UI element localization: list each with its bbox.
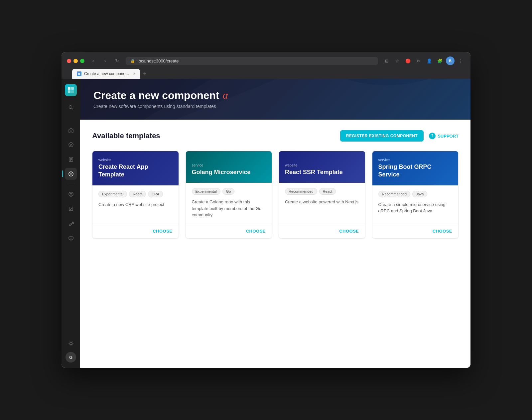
tag-react: React xyxy=(319,188,336,195)
sidebar-item-user-profile[interactable]: G xyxy=(66,352,76,363)
sidebar-item-target[interactable] xyxy=(65,188,77,200)
maximize-window-btn[interactable] xyxy=(80,59,84,63)
minimize-window-btn[interactable] xyxy=(73,59,78,63)
sidebar-item-check[interactable] xyxy=(65,203,77,215)
svg-rect-2 xyxy=(68,90,70,93)
app-layout: G Create a new component α Create new so… xyxy=(62,79,470,368)
register-existing-button[interactable]: REGISTER EXISTING COMPONENT xyxy=(340,130,424,142)
sidebar-item-compass[interactable] xyxy=(65,139,77,151)
main-content-area: Create a new component α Create new soft… xyxy=(80,79,470,368)
svg-point-21 xyxy=(70,342,72,345)
browser-nav: ‹ › ↻ xyxy=(88,56,122,65)
svg-point-15 xyxy=(70,193,72,195)
svg-rect-1 xyxy=(71,87,74,90)
card-type-cra: website xyxy=(98,158,173,162)
content-area: Available templates REGISTER EXISTING CO… xyxy=(80,120,470,368)
sidebar-item-create[interactable] xyxy=(65,168,77,180)
choose-button-cra[interactable]: CHOOSE xyxy=(153,229,172,234)
card-header-spring-boot: service Spring Boot GRPC Service xyxy=(372,151,459,185)
card-body-spring-boot: RecommendedJava Create a simple microser… xyxy=(372,185,459,224)
tag-react: React xyxy=(129,191,146,197)
card-type-spring-boot: service xyxy=(378,158,453,162)
templates-grid: website Create React App Template Experi… xyxy=(92,151,459,239)
extension1-btn[interactable]: 🔴 xyxy=(403,56,413,65)
extension2-btn[interactable]: ✉ xyxy=(414,56,423,65)
card-description-spring-boot: Create a simple microservice using gRPC … xyxy=(378,201,453,218)
section-actions: REGISTER EXISTING COMPONENT ? SUPPORT xyxy=(340,130,459,142)
card-body-cra: ExperimentalReactCRA Create a new CRA we… xyxy=(92,185,179,224)
card-body-react-ssr: RecommendedReact Create a website powere… xyxy=(279,183,365,224)
card-tags-react-ssr: RecommendedReact xyxy=(285,188,359,195)
card-title-spring-boot: Spring Boot GRPC Service xyxy=(378,163,453,179)
tag-go: Go xyxy=(222,188,235,195)
extension3-btn[interactable]: 👤 xyxy=(425,56,434,65)
svg-rect-0 xyxy=(68,87,70,90)
choose-button-react-ssr[interactable]: CHOOSE xyxy=(339,229,359,234)
back-button[interactable]: ‹ xyxy=(88,56,98,65)
template-card-cra: website Create React App Template Experi… xyxy=(92,151,179,239)
card-title-golang: Golang Microservice xyxy=(192,168,266,176)
support-icon: ? xyxy=(429,133,436,139)
card-tags-cra: ExperimentalReactCRA xyxy=(98,191,173,197)
user-avatar[interactable]: B xyxy=(446,56,455,65)
browser-chrome: ‹ › ↻ 🔒 localhost:3000/create ⊞ ☆ 🔴 ✉ 👤 … xyxy=(62,52,470,79)
sidebar-divider xyxy=(67,184,75,184)
reload-button[interactable]: ↻ xyxy=(112,56,122,65)
card-title-cra: Create React App Template xyxy=(98,163,173,179)
section-title: Available templates xyxy=(92,132,160,140)
card-description-react-ssr: Create a website powered with Next.js xyxy=(285,199,359,218)
card-header-golang: service Golang Microservice xyxy=(186,151,272,183)
browser-actions: ⊞ ☆ 🔴 ✉ 👤 🧩 B ⋮ xyxy=(382,56,465,65)
close-window-btn[interactable] xyxy=(67,59,71,63)
screen-btn[interactable]: ⊞ xyxy=(382,56,391,65)
sidebar-item-documents[interactable] xyxy=(65,153,77,165)
tag-java: Java xyxy=(412,191,427,197)
card-header-react-ssr: website React SSR Template xyxy=(279,151,365,183)
svg-line-5 xyxy=(72,108,73,110)
svg-point-20 xyxy=(70,238,71,239)
app-logo[interactable] xyxy=(65,84,77,96)
browser-window: ‹ › ↻ 🔒 localhost:3000/create ⊞ ☆ 🔴 ✉ 👤 … xyxy=(62,52,470,368)
svg-line-29 xyxy=(69,345,70,345)
card-description-cra: Create a new CRA website project xyxy=(98,201,173,218)
forward-button[interactable]: › xyxy=(100,56,110,65)
template-card-react-ssr: website React SSR Template RecommendedRe… xyxy=(279,151,365,239)
sidebar: G xyxy=(62,79,80,368)
sidebar-item-graphql[interactable] xyxy=(65,232,77,244)
new-tab-btn[interactable]: + xyxy=(140,69,149,78)
sidebar-item-home[interactable] xyxy=(65,124,77,136)
tag-recommended: Recommended xyxy=(378,191,411,197)
tab-favicon xyxy=(77,71,81,76)
tag-cra: CRA xyxy=(148,191,163,197)
card-type-react-ssr: website xyxy=(285,163,359,167)
template-card-spring-boot: service Spring Boot GRPC Service Recomme… xyxy=(372,151,459,239)
choose-button-golang[interactable]: CHOOSE xyxy=(246,229,266,234)
svg-line-27 xyxy=(72,345,73,345)
card-title-react-ssr: React SSR Template xyxy=(285,168,359,176)
sidebar-item-theme[interactable] xyxy=(65,337,77,349)
svg-point-4 xyxy=(69,106,72,109)
choose-button-spring-boot[interactable]: CHOOSE xyxy=(433,229,452,234)
tab-close-btn[interactable]: × xyxy=(133,72,135,76)
page-subtitle: Create new software components using sta… xyxy=(93,104,457,109)
card-tags-spring-boot: RecommendedJava xyxy=(378,191,453,197)
bookmark-btn[interactable]: ☆ xyxy=(393,56,402,65)
sidebar-item-search[interactable] xyxy=(65,101,77,113)
traffic-lights xyxy=(67,59,84,63)
card-type-golang: service xyxy=(192,163,266,167)
extensions-btn[interactable]: 🧩 xyxy=(435,56,445,65)
address-bar[interactable]: 🔒 localhost:3000/create xyxy=(126,57,378,65)
card-footer-cra: CHOOSE xyxy=(92,224,179,238)
sidebar-item-wrench[interactable] xyxy=(65,217,77,229)
menu-btn[interactable]: ⋮ xyxy=(456,56,465,65)
support-label: SUPPORT xyxy=(438,134,459,139)
active-tab[interactable]: Create a new component | Av… × xyxy=(72,69,140,79)
card-body-golang: ExperimentalGo Create a Golang repo with… xyxy=(186,183,272,224)
lock-icon: 🔒 xyxy=(130,59,135,63)
tab-bar: Create a new component | Av… × + xyxy=(67,69,465,79)
section-header: Available templates REGISTER EXISTING CO… xyxy=(92,130,459,142)
page-header: Create a new component α Create new soft… xyxy=(80,79,470,120)
tab-title: Create a new component | Av… xyxy=(84,71,131,76)
card-footer-react-ssr: CHOOSE xyxy=(279,224,365,238)
support-link[interactable]: ? SUPPORT xyxy=(429,133,459,139)
